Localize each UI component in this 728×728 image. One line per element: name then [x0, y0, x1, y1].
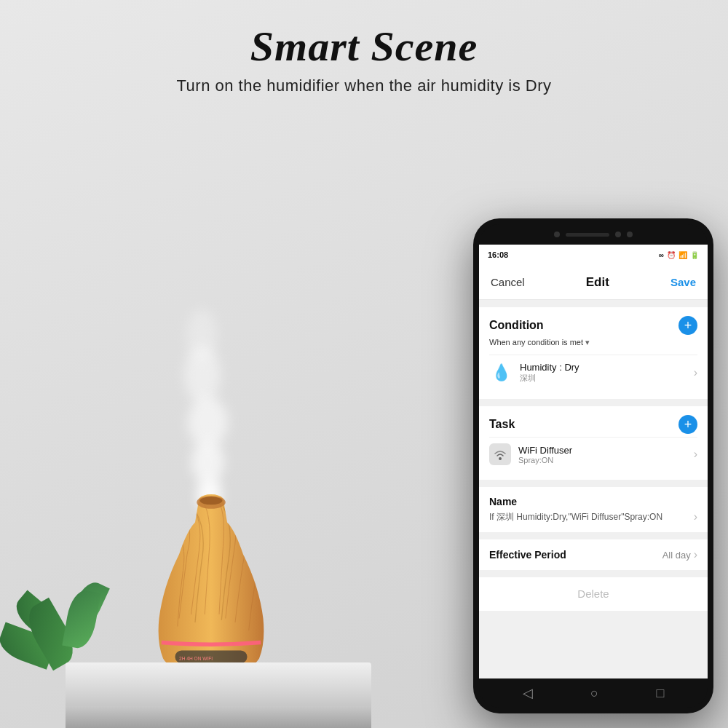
subtitle: Turn on the humidifier when the air humi…: [177, 76, 552, 95]
effective-period-value: All day: [662, 550, 691, 561]
task-header: Task +: [489, 415, 697, 434]
name-section: Name If 深圳 Humidity:Dry,"WiFi Diffuser"S…: [479, 487, 708, 532]
effective-chevron: ›: [694, 548, 697, 561]
condition-title: Condition: [489, 319, 544, 332]
main-title: Smart Scene: [177, 22, 552, 71]
status-bar: 16:08 ∞ ⏰ 📶 🔋: [479, 245, 708, 265]
app-content: Condition + When any condition is met ▾ …: [479, 300, 708, 678]
condition-subtitle: When any condition is met ▾: [489, 338, 697, 347]
app-bar: Cancel Edit Save: [479, 265, 708, 300]
camera-dot-right: [615, 232, 621, 237]
leaf-2: [62, 588, 100, 651]
name-value: If 深圳 Humidity:Dry,"WiFi Diffuser"Spray:…: [489, 511, 694, 523]
phone-outer: 16:08 ∞ ⏰ 📶 🔋 Cancel Edit Save: [473, 218, 713, 713]
edit-title: Edit: [586, 275, 609, 290]
effective-label: Effective Period: [489, 549, 566, 561]
back-button[interactable]: ◁: [523, 685, 533, 701]
name-row-chevron: ›: [694, 510, 697, 523]
alarm-icon: ⏰: [667, 251, 676, 259]
phone-screen: 16:08 ∞ ⏰ 📶 🔋 Cancel Edit Save: [479, 245, 708, 678]
svg-point-8: [499, 457, 502, 460]
wifi-item-left: WiFi Diffuser Spray:ON: [489, 443, 572, 465]
humidifier-body: 2H 4H ON WIFI: [131, 488, 291, 677]
page-container: Smart Scene Turn on the humidifier when …: [0, 0, 728, 728]
task-add-button[interactable]: +: [678, 415, 697, 434]
humidifier-scene: 2H 4H ON WIFI: [22, 160, 430, 728]
name-value-row[interactable]: If 深圳 Humidity:Dry,"WiFi Diffuser"Spray:…: [489, 510, 697, 523]
camera-dot-extra: [627, 232, 633, 237]
condition-add-button[interactable]: +: [678, 316, 697, 335]
wifi-primary: WiFi Diffuser: [518, 445, 572, 456]
delete-button[interactable]: Delete: [577, 587, 609, 600]
humidifier-area: 2H 4H ON WIFI: [22, 160, 430, 728]
delete-section: Delete: [479, 577, 708, 611]
wifi-diffuser-row[interactable]: WiFi Diffuser Spray:ON ›: [489, 437, 697, 471]
task-section: Task +: [479, 406, 708, 480]
humidity-icon: 💧: [489, 361, 513, 384]
wifi-status-icon: 📶: [678, 251, 687, 259]
humidifier-vase-svg: 2H 4H ON WIFI: [131, 488, 291, 677]
wifi-item-text: WiFi Diffuser Spray:ON: [518, 445, 572, 464]
header-section: Smart Scene Turn on the humidifier when …: [177, 0, 552, 95]
status-time: 16:08: [488, 250, 508, 259]
effective-value: All day ›: [662, 548, 697, 561]
humidity-item-left: 💧 Humidity : Dry 深圳: [489, 361, 579, 384]
camera-dot-left: [554, 232, 560, 237]
condition-section: Condition + When any condition is met ▾ …: [479, 307, 708, 399]
phone-container: 16:08 ∞ ⏰ 📶 🔋 Cancel Edit Save: [473, 218, 713, 713]
speaker-bar: [566, 233, 609, 237]
humidity-row-chevron: ›: [694, 366, 697, 379]
steam-puff-4: [184, 346, 221, 404]
svg-point-5: [200, 496, 223, 505]
phone-bottom-nav: ◁ ○ □: [479, 678, 708, 708]
humidity-primary: Humidity : Dry: [520, 362, 579, 373]
task-title: Task: [489, 418, 515, 431]
humidity-item-text: Humidity : Dry 深圳: [520, 362, 579, 384]
wifi-row-chevron: ›: [694, 448, 697, 461]
plant: [44, 531, 131, 677]
phone-top-bar: [479, 224, 708, 245]
status-icons: ∞ ⏰ 📶 🔋: [659, 251, 699, 259]
wifi-diffuser-icon: [489, 443, 511, 465]
humidity-secondary: 深圳: [520, 373, 579, 384]
wifi-secondary: Spray:ON: [518, 456, 572, 464]
svg-text:2H  4H  ON  WIFI: 2H 4H ON WIFI: [179, 656, 213, 661]
humidity-condition-row[interactable]: 💧 Humidity : Dry 深圳 ›: [489, 355, 697, 390]
shelf-front: [66, 706, 371, 728]
home-button[interactable]: ○: [590, 686, 598, 701]
battery-icon: 🔋: [690, 251, 699, 259]
steam-container: [181, 309, 239, 513]
infinity-icon: ∞: [659, 251, 664, 259]
condition-header: Condition +: [489, 316, 697, 335]
save-button[interactable]: Save: [670, 276, 696, 288]
effective-section[interactable]: Effective Period All day ›: [479, 539, 708, 570]
recent-button[interactable]: □: [656, 686, 664, 701]
cancel-button[interactable]: Cancel: [491, 276, 525, 288]
plant-leaves: [36, 531, 109, 662]
name-label: Name: [489, 496, 697, 507]
content-area: 2H 4H ON WIFI: [0, 95, 728, 728]
